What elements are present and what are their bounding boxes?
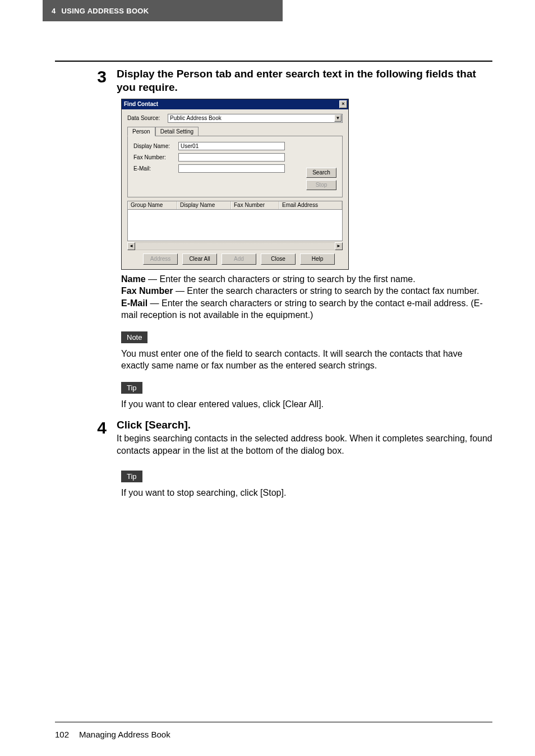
tip2-badge: Tip	[121, 471, 142, 482]
add-button[interactable]: Add	[222, 253, 256, 265]
tip2-text: If you want to stop searching, click [St…	[121, 487, 492, 499]
tip1-badge: Tip	[121, 382, 142, 394]
scroll-left-icon[interactable]: ◄	[127, 242, 135, 250]
col-email-address[interactable]: Email Address	[279, 201, 342, 209]
close-icon[interactable]: ×	[339, 100, 347, 108]
tab-panel-person: Display Name: User01 Fax Number: E-Mail:…	[127, 136, 343, 197]
page-footer: 102 Managing Address Book	[55, 730, 170, 739]
rule-top	[55, 61, 492, 62]
step-3-row: 3 Display the Person tab and enter searc…	[55, 67, 492, 94]
data-source-value: Public Address Book	[170, 115, 222, 121]
chevron-down-icon[interactable]: ▼	[334, 114, 342, 122]
step-4-number: 4	[55, 418, 117, 436]
chapter-title: USING ADDRESS BOOK	[62, 7, 149, 15]
data-source-dropdown[interactable]: Public Address Book ▼	[168, 114, 343, 123]
address-button[interactable]: Address	[143, 253, 178, 265]
scroll-track[interactable]	[135, 242, 335, 250]
step-3-description: Name — Enter the search characters or st…	[121, 273, 492, 321]
dialog-title: Find Contact	[124, 101, 158, 107]
step-4-body: It begins searching contacts in the sele…	[117, 432, 492, 457]
tab-detail-setting[interactable]: Detail Setting	[155, 127, 199, 136]
search-button[interactable]: Search	[306, 168, 336, 178]
email-label: E-Mail:	[133, 165, 174, 172]
dialog-bottom-buttons: Address Clear All Add Close Help	[127, 253, 343, 265]
dialog-titlebar: Find Contact ×	[122, 99, 348, 109]
help-button[interactable]: Help	[300, 253, 335, 265]
desc-name-text: — Enter the search characters or string …	[146, 274, 416, 284]
close-button[interactable]: Close	[261, 253, 296, 265]
col-group-name[interactable]: Group Name	[128, 201, 177, 209]
results-body[interactable]	[127, 210, 343, 241]
find-contact-dialog: Find Contact × Data Source: Public Addre…	[121, 99, 349, 270]
note-badge: Note	[121, 331, 147, 343]
rule-bottom	[55, 722, 492, 722]
desc-fax-text: — Enter the search characters or string …	[173, 286, 479, 296]
desc-email-text: — Enter the search characters or string …	[121, 298, 483, 320]
page-number: 102	[55, 730, 69, 739]
col-display-name[interactable]: Display Name	[177, 201, 231, 209]
fax-number-label: Fax Number:	[133, 154, 174, 160]
chapter-header: 4 USING ADDRESS BOOK	[43, 0, 283, 21]
desc-fax-label: Fax Number	[121, 286, 173, 296]
stop-button[interactable]: Stop	[306, 180, 336, 190]
col-fax-number[interactable]: Fax Number	[231, 201, 279, 209]
results-list: Group Name Display Name Fax Number Email…	[127, 201, 343, 250]
horizontal-scrollbar[interactable]: ◄ ►	[127, 242, 343, 250]
desc-name-label: Name	[121, 274, 146, 284]
step-4-title: Click [Search].	[117, 418, 492, 432]
data-source-label: Data Source:	[127, 115, 162, 121]
step-3-number: 3	[55, 67, 117, 85]
fax-number-input[interactable]	[178, 153, 285, 162]
tab-person[interactable]: Person	[127, 127, 155, 136]
scroll-right-icon[interactable]: ►	[335, 242, 343, 250]
section-title: Managing Address Book	[79, 730, 170, 739]
chapter-number: 4	[52, 7, 56, 15]
clear-all-button[interactable]: Clear All	[182, 253, 217, 265]
results-header: Group Name Display Name Fax Number Email…	[127, 201, 343, 210]
display-name-label: Display Name:	[133, 143, 174, 149]
step-3-title: Display the Person tab and enter search …	[117, 67, 492, 94]
note-text: You must enter one of the field to searc…	[121, 348, 492, 372]
step-4-row: 4 Click [Search]. It begins searching co…	[55, 418, 492, 457]
desc-email-label: E-Mail	[121, 298, 147, 308]
tip1-text: If you want to clear entered values, cli…	[121, 398, 492, 411]
display-name-input[interactable]: User01	[178, 142, 285, 150]
email-input[interactable]	[178, 164, 285, 173]
tabs: Person Detail Setting	[127, 126, 343, 136]
